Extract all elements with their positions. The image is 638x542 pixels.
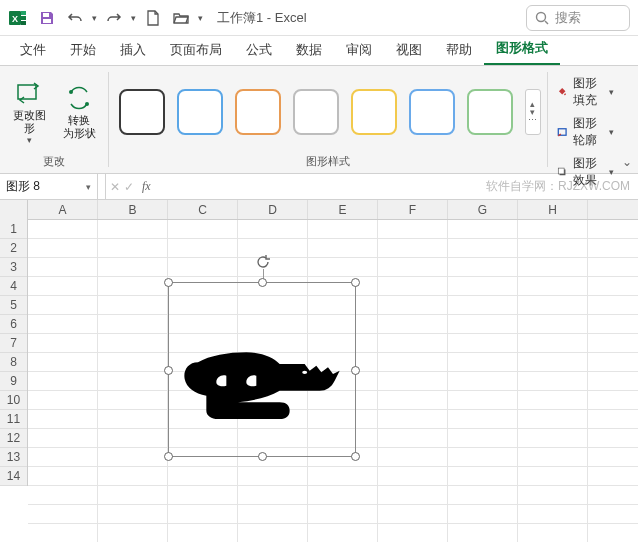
- ribbon-group-change: 更改图 形 ▾ 转换 为形状 更改: [0, 66, 108, 173]
- search-icon: [535, 11, 549, 25]
- col-header[interactable]: D: [238, 200, 308, 219]
- insert-function-button[interactable]: fx: [138, 179, 155, 194]
- shape-style-4[interactable]: [293, 89, 339, 135]
- chevron-down-icon: ▾: [27, 135, 32, 145]
- row-header[interactable]: 7: [0, 334, 27, 353]
- tab-view[interactable]: 视图: [384, 35, 434, 65]
- ribbon: 更改图 形 ▾ 转换 为形状 更改 ▴▾⋯ 图形样式 图形填充▾: [0, 66, 638, 174]
- resize-handle[interactable]: [164, 278, 173, 287]
- ribbon-group-shape-styles: ▴▾⋯ 图形样式: [109, 66, 547, 173]
- excel-app-icon: X: [8, 8, 28, 28]
- outline-icon: [557, 124, 567, 140]
- tab-formulas[interactable]: 公式: [234, 35, 284, 65]
- quick-access-toolbar: ▾ ▾ ▾: [34, 5, 205, 31]
- row-header[interactable]: 9: [0, 372, 27, 391]
- search-placeholder: 搜索: [555, 9, 581, 27]
- convert-shape-icon: [65, 84, 93, 112]
- redo-button[interactable]: [101, 5, 127, 31]
- cancel-formula-button[interactable]: ✕: [110, 180, 120, 194]
- svg-point-9: [69, 90, 73, 94]
- resize-handle[interactable]: [258, 278, 267, 287]
- svg-rect-5: [43, 13, 49, 17]
- shape-style-7[interactable]: [467, 89, 513, 135]
- group-label-styles: 图形样式: [306, 151, 350, 171]
- tab-help[interactable]: 帮助: [434, 35, 484, 65]
- col-header[interactable]: F: [378, 200, 448, 219]
- tab-page-layout[interactable]: 页面布局: [158, 35, 234, 65]
- shape-style-2[interactable]: [177, 89, 223, 135]
- spreadsheet-grid[interactable]: A B C D E F G H 1 2 3 4 5 6 7 8 9 10 11 …: [0, 200, 638, 542]
- svg-point-14: [302, 371, 307, 374]
- redo-dropdown[interactable]: ▾: [131, 13, 136, 23]
- row-headers: 1 2 3 4 5 6 7 8 9 10 11 12 13 14: [0, 220, 28, 486]
- row-header[interactable]: 5: [0, 296, 27, 315]
- tab-file[interactable]: 文件: [8, 35, 58, 65]
- resize-handle[interactable]: [351, 452, 360, 461]
- row-header[interactable]: 11: [0, 410, 27, 429]
- enter-formula-button[interactable]: ✓: [124, 180, 134, 194]
- shape-effects-button[interactable]: 图形效果▾: [553, 152, 618, 192]
- col-header[interactable]: C: [168, 200, 238, 219]
- title-bar: X ▾ ▾ ▾ 工作簿1 - Excel 搜索: [0, 0, 638, 36]
- ribbon-tabs: 文件 开始 插入 页面布局 公式 数据 审阅 视图 帮助 图形格式: [0, 36, 638, 66]
- group-label-change: 更改: [43, 151, 65, 171]
- document-title: 工作簿1 - Excel: [217, 9, 307, 27]
- undo-dropdown[interactable]: ▾: [92, 13, 97, 23]
- row-header[interactable]: 12: [0, 429, 27, 448]
- resize-handle[interactable]: [258, 452, 267, 461]
- shape-style-3[interactable]: [235, 89, 281, 135]
- open-file-button[interactable]: [168, 5, 194, 31]
- fill-icon: [557, 84, 567, 100]
- formula-bar: 图形 8 ▾ ✕ ✓ fx 软件自学网：RJZXW.COM: [0, 174, 638, 200]
- row-header[interactable]: 6: [0, 315, 27, 334]
- shape-fill-button[interactable]: 图形填充▾: [553, 72, 618, 112]
- col-header[interactable]: G: [448, 200, 518, 219]
- svg-rect-6: [43, 19, 51, 23]
- col-header[interactable]: B: [98, 200, 168, 219]
- shape-styles-more-button[interactable]: ▴▾⋯: [525, 89, 541, 135]
- shape-outline-button[interactable]: 图形轮廓▾: [553, 112, 618, 152]
- tab-insert[interactable]: 插入: [108, 35, 158, 65]
- rotation-handle[interactable]: [256, 255, 270, 269]
- qat-customize[interactable]: ▾: [198, 13, 203, 23]
- row-header[interactable]: 10: [0, 391, 27, 410]
- change-shape-button[interactable]: 更改图 形 ▾: [6, 77, 52, 147]
- formula-input[interactable]: [159, 174, 486, 199]
- col-header[interactable]: A: [28, 200, 98, 219]
- undo-button[interactable]: [62, 5, 88, 31]
- svg-rect-8: [18, 85, 36, 99]
- row-header[interactable]: 4: [0, 277, 27, 296]
- svg-rect-3: [21, 16, 26, 20]
- shape-style-1[interactable]: [119, 89, 165, 135]
- row-header[interactable]: 3: [0, 258, 27, 277]
- tab-shape-format[interactable]: 图形格式: [484, 33, 560, 65]
- resize-handle[interactable]: [164, 452, 173, 461]
- tab-review[interactable]: 审阅: [334, 35, 384, 65]
- row-header[interactable]: 8: [0, 353, 27, 372]
- resize-handle[interactable]: [351, 278, 360, 287]
- svg-rect-13: [559, 168, 565, 174]
- col-header[interactable]: H: [518, 200, 588, 219]
- new-file-button[interactable]: [140, 5, 166, 31]
- svg-point-7: [537, 12, 546, 21]
- row-header[interactable]: 14: [0, 467, 27, 486]
- tab-home[interactable]: 开始: [58, 35, 108, 65]
- save-button[interactable]: [34, 5, 60, 31]
- row-header[interactable]: 1: [0, 220, 27, 239]
- column-headers: A B C D E F G H: [0, 200, 638, 220]
- select-all-corner[interactable]: [0, 200, 28, 220]
- chevron-down-icon: ▾: [86, 182, 91, 192]
- shape-selection-box[interactable]: [168, 282, 356, 457]
- name-box[interactable]: 图形 8 ▾: [0, 174, 98, 199]
- tab-data[interactable]: 数据: [284, 35, 334, 65]
- shape-style-5[interactable]: [351, 89, 397, 135]
- ribbon-collapse-button[interactable]: ⌄: [622, 155, 632, 169]
- svg-point-10: [85, 102, 89, 106]
- col-header[interactable]: E: [308, 200, 378, 219]
- convert-to-shape-button[interactable]: 转换 为形状: [56, 77, 102, 147]
- crocodile-icon[interactable]: [163, 329, 363, 429]
- shape-style-6[interactable]: [409, 89, 455, 135]
- row-header[interactable]: 2: [0, 239, 27, 258]
- search-input[interactable]: 搜索: [526, 5, 630, 31]
- row-header[interactable]: 13: [0, 448, 27, 467]
